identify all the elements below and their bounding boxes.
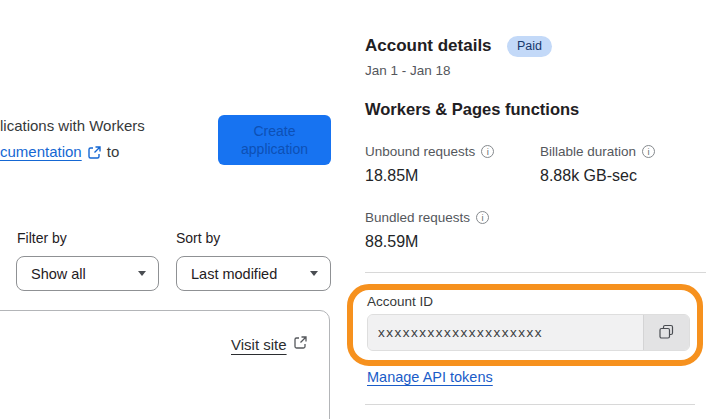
account-id-input[interactable] (368, 315, 643, 350)
info-icon[interactable]: i (476, 211, 489, 224)
copy-account-id-button[interactable] (643, 315, 689, 350)
caret-down-icon (138, 271, 146, 276)
project-card: Visit site (0, 310, 330, 419)
workers-pages-dashboard: lications with Workers cumentation to Cr… (0, 0, 718, 419)
manage-api-tokens-link[interactable]: Manage API tokens (367, 369, 493, 385)
sort-dropdown-value: Last modified (191, 266, 277, 282)
stat-label-text: Unbound requests (365, 144, 475, 159)
stat-bundled-requests-value: 88.59M (365, 233, 418, 251)
date-range: Jan 1 - Jan 18 (365, 63, 451, 78)
info-icon[interactable]: i (642, 145, 655, 158)
intro-text-suffix: to (107, 143, 120, 160)
filter-dropdown[interactable]: Show all (16, 256, 159, 291)
stat-billable-duration-value: 8.88k GB-sec (540, 167, 637, 185)
stat-billable-duration-label: Billable duration i (540, 144, 655, 159)
divider (365, 272, 706, 273)
documentation-link[interactable]: cumentation (0, 143, 82, 160)
account-details-title: Account details (365, 36, 492, 56)
functions-section-title: Workers & Pages functions (365, 100, 579, 119)
external-link-icon (293, 335, 308, 353)
intro-text-line1: lications with Workers (0, 117, 145, 134)
stat-label-text: Bundled requests (365, 210, 470, 225)
copy-icon (658, 323, 675, 343)
caret-down-icon (310, 271, 318, 276)
external-link-icon (87, 145, 102, 160)
account-id-field-group (367, 314, 690, 351)
filter-dropdown-value: Show all (31, 266, 86, 282)
intro-text-line2: cumentation to (0, 143, 119, 160)
info-icon[interactable]: i (481, 145, 494, 158)
sort-by-label: Sort by (176, 230, 220, 246)
divider (365, 404, 695, 405)
stat-unbound-requests-value: 18.85M (365, 167, 418, 185)
sort-dropdown[interactable]: Last modified (176, 256, 331, 291)
visit-site-link[interactable]: Visit site (231, 335, 308, 353)
visit-site-label: Visit site (231, 336, 287, 353)
stat-unbound-requests-label: Unbound requests i (365, 144, 494, 159)
account-id-label: Account ID (367, 294, 433, 309)
stat-label-text: Billable duration (540, 144, 636, 159)
plan-badge: Paid (507, 36, 552, 57)
stat-bundled-requests-label: Bundled requests i (365, 210, 489, 225)
filter-by-label: Filter by (17, 230, 67, 246)
create-application-button[interactable]: Create application (218, 115, 331, 165)
